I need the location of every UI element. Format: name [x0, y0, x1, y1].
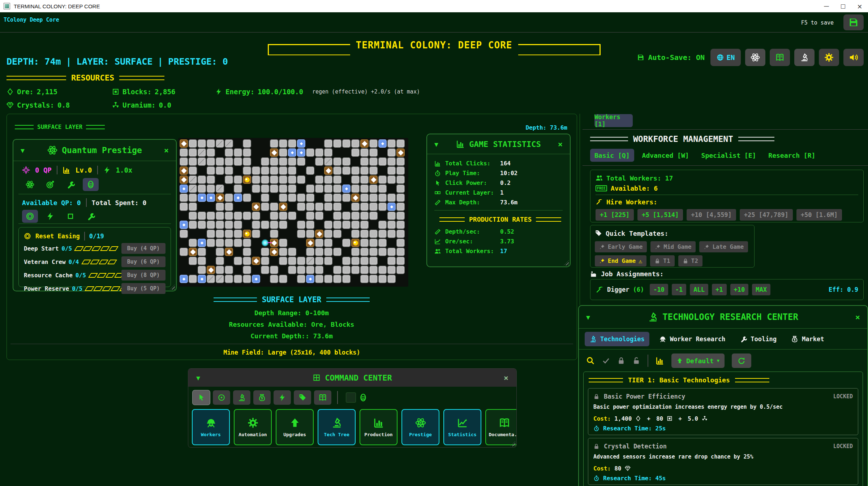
tech-tab-technologies[interactable]: Technologies	[585, 332, 649, 346]
collapse-icon[interactable]: ▼	[21, 147, 25, 154]
rings-tool-button[interactable]	[22, 210, 38, 223]
mine-cell[interactable]	[306, 274, 315, 283]
mine-cell[interactable]	[315, 184, 324, 193]
buy-button[interactable]: Buy (4 QP)	[121, 243, 166, 254]
mine-cell[interactable]	[369, 274, 378, 283]
mine-cell[interactable]	[378, 274, 387, 283]
mine-cell[interactable]	[306, 265, 315, 274]
mine-cell[interactable]	[288, 265, 297, 274]
mine-cell[interactable]	[215, 175, 224, 184]
mine-cell[interactable]	[224, 157, 233, 166]
mine-cell[interactable]	[378, 238, 387, 247]
mine-cell[interactable]	[206, 265, 215, 274]
mine-cell[interactable]	[242, 265, 252, 274]
mine-cell[interactable]	[369, 265, 378, 274]
mine-cell[interactable]	[270, 265, 279, 274]
mine-cell[interactable]	[360, 157, 369, 166]
mine-cell[interactable]	[396, 184, 405, 193]
mine-cell[interactable]	[215, 202, 224, 211]
mine-cell[interactable]	[270, 274, 279, 283]
worker-tab-3[interactable]: Research [R]	[764, 149, 820, 162]
mine-cell[interactable]	[233, 139, 242, 148]
mine-cell[interactable]	[333, 211, 342, 220]
job-button--10[interactable]: -10	[650, 284, 668, 295]
job-button-+1[interactable]: +1	[712, 284, 726, 295]
mine-cell[interactable]	[215, 166, 224, 175]
mine-cell[interactable]	[324, 265, 333, 274]
mine-cell[interactable]	[387, 166, 396, 175]
mine-cell[interactable]	[369, 220, 378, 229]
mine-cell[interactable]	[242, 184, 252, 193]
mine-cell[interactable]	[333, 193, 342, 202]
mine-cell[interactable]	[297, 175, 306, 184]
mine-cell[interactable]	[279, 202, 288, 211]
mine-cell[interactable]	[233, 184, 242, 193]
mine-cell[interactable]	[351, 157, 360, 166]
mine-cell[interactable]	[224, 229, 233, 238]
mine-cell[interactable]	[396, 166, 405, 175]
mine-cell[interactable]	[369, 238, 378, 247]
mine-cell[interactable]	[369, 193, 378, 202]
mine-cell[interactable]	[179, 220, 188, 229]
template-button-mid-game[interactable]: Mid Game	[650, 241, 696, 252]
mine-cell[interactable]	[261, 256, 270, 265]
mine-cell[interactable]	[188, 238, 197, 247]
mine-cell[interactable]	[288, 238, 297, 247]
mine-cell[interactable]	[306, 148, 315, 157]
mine-cell[interactable]	[342, 166, 351, 175]
mine-cell[interactable]	[224, 220, 233, 229]
mine-cell[interactable]	[324, 157, 333, 166]
mine-cell[interactable]	[378, 256, 387, 265]
mine-cell[interactable]	[233, 247, 242, 256]
mine-cell[interactable]	[396, 193, 405, 202]
mine-cell[interactable]	[215, 238, 224, 247]
collapse-icon[interactable]: ▼	[586, 313, 590, 321]
mine-cell[interactable]	[242, 139, 252, 148]
mine-cell[interactable]	[242, 202, 252, 211]
mine-cell[interactable]	[197, 139, 206, 148]
worker-tab-1[interactable]: Advanced [W]	[638, 149, 693, 162]
mine-cell[interactable]	[297, 247, 306, 256]
mine-cell[interactable]	[342, 220, 351, 229]
mine-cell[interactable]	[215, 247, 224, 256]
wrench-tool-button[interactable]	[63, 178, 78, 191]
mine-cell[interactable]	[387, 211, 396, 220]
maximize-button[interactable]: □	[835, 0, 851, 12]
mine-cell[interactable]	[360, 220, 369, 229]
mine-cell[interactable]	[197, 148, 206, 157]
mine-cell[interactable]	[333, 148, 342, 157]
mine-cell[interactable]	[215, 148, 224, 157]
mine-cell[interactable]	[342, 211, 351, 220]
mine-cell[interactable]	[252, 148, 261, 157]
mine-cell[interactable]	[252, 139, 261, 148]
target-tool-button[interactable]	[42, 178, 58, 191]
mine-cell[interactable]	[351, 265, 360, 274]
mine-cell[interactable]	[279, 166, 288, 175]
mine-cell[interactable]	[387, 274, 396, 283]
hire-button[interactable]: +5 [1,514]	[637, 209, 683, 221]
mine-cell[interactable]	[279, 220, 288, 229]
mine-cell[interactable]	[333, 247, 342, 256]
mine-cell[interactable]	[242, 238, 252, 247]
mine-cell[interactable]	[369, 139, 378, 148]
mine-cell[interactable]	[306, 175, 315, 184]
mine-cell[interactable]	[315, 175, 324, 184]
mine-cell[interactable]	[188, 229, 197, 238]
mine-cell[interactable]	[270, 157, 279, 166]
mine-cell[interactable]	[288, 274, 297, 283]
mine-cell[interactable]	[288, 247, 297, 256]
mine-cell[interactable]	[270, 247, 279, 256]
mine-cell[interactable]	[252, 247, 261, 256]
hand-toolbar-button[interactable]	[193, 390, 210, 405]
command-button-prestige[interactable]: Prestige	[401, 409, 439, 445]
mine-cell[interactable]	[351, 247, 360, 256]
mine-cell[interactable]	[369, 256, 378, 265]
mine-cell[interactable]	[306, 166, 315, 175]
mine-cell[interactable]	[378, 166, 387, 175]
mine-cell[interactable]	[297, 148, 306, 157]
mine-cell[interactable]	[351, 211, 360, 220]
mine-cell[interactable]	[396, 256, 405, 265]
lock-filter-icon[interactable]	[617, 357, 625, 365]
mine-cell[interactable]	[396, 139, 405, 148]
mine-cell[interactable]	[324, 175, 333, 184]
